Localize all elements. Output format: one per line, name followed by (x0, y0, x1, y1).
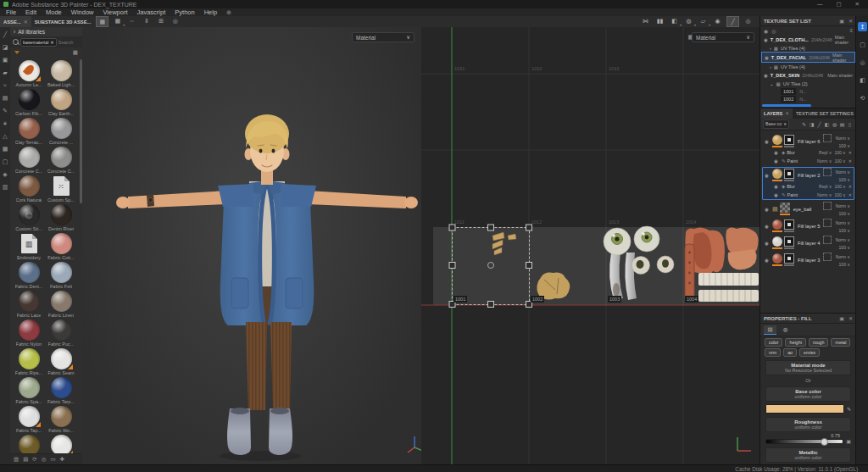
opacity-dropdown[interactable]: 100 ∨ (839, 177, 850, 182)
layer-row[interactable]: ◉Fill layer 4Norm ∨100 ∨ (763, 236, 854, 250)
opacity-dropdown[interactable]: 100 ∨ (839, 211, 850, 216)
material-item[interactable]: Fabric Seam (45, 348, 77, 377)
folder-icon[interactable]: ▭ (50, 456, 55, 463)
history-icon[interactable]: ⟲ (858, 93, 867, 103)
slider-options-icon[interactable]: ▣ (846, 438, 851, 444)
particle-tool-icon[interactable]: ∗ (3, 120, 8, 127)
visibility-eye-icon[interactable]: ◉ (764, 37, 768, 42)
mirror-horizontal-icon[interactable]: ⇔ (126, 16, 137, 25)
visibility-eye-icon[interactable]: ◉ (765, 224, 771, 229)
channel-filter-dropdown[interactable]: Base co ∨ (763, 119, 789, 129)
camera-icon[interactable]: ◎ (743, 16, 754, 25)
viewport3d-shading-dropdown[interactable]: Material ∨ (352, 32, 415, 42)
visibility-eye-icon[interactable]: ◉ (765, 55, 769, 60)
effect-blend-dropdown[interactable]: Norm ∨ (817, 158, 832, 164)
thumbnail-size-icon[interactable]: ▦ (73, 49, 78, 56)
material-item[interactable]: Cork Natural (13, 175, 45, 204)
add-smart-material-icon[interactable]: ◍ (831, 121, 838, 127)
minimize-button[interactable]: — (817, 1, 823, 8)
remove-effect-icon[interactable]: ✕ (849, 192, 852, 197)
pause-engine-icon[interactable]: ▮▮ (654, 16, 665, 25)
layer-row[interactable]: ◉Fill layer 2Norm ∨100 ∨ (763, 168, 854, 182)
menu-python[interactable]: Python (175, 8, 194, 16)
material-item[interactable]: ▥Embroidery (13, 233, 45, 262)
mirror-vertical-icon[interactable]: ⇕ (141, 16, 152, 25)
uv-tiles-row[interactable]: ›▦UV Tiles (4) (760, 44, 856, 52)
assets-search[interactable]: basematerial ✕ Search (10, 36, 82, 47)
layer-effect-row[interactable]: ◉◈BlurRepl ∨100 ∨✕ (763, 182, 854, 191)
add-fill-layer-icon[interactable]: ◧ (823, 121, 831, 127)
visibility-eye-icon[interactable]: ◉ (765, 139, 771, 144)
camera-settings-icon[interactable]: ◎ (858, 58, 867, 67)
display-settings-icon[interactable]: ▢ (858, 40, 867, 49)
material-item[interactable]: Fabric Wo... (45, 406, 77, 435)
projection-mode-icon[interactable]: ▱▾ (698, 16, 709, 25)
opacity-dropdown[interactable]: 100 ∨ (839, 262, 850, 267)
remove-effect-icon[interactable]: ✕ (849, 184, 852, 189)
add-icon[interactable]: ✚ (60, 456, 64, 463)
clone-tool-icon[interactable]: ▤ (3, 95, 8, 102)
material-item[interactable]: Fabric Puc... (45, 319, 77, 348)
detach-panel-icon[interactable]: ▣ (839, 315, 844, 321)
material-item[interactable]: Fabric Felt (45, 262, 77, 291)
channel-button-ao[interactable]: ao (783, 348, 797, 357)
effect-tool-icon[interactable]: △ (3, 133, 7, 140)
channel-button-emiss[interactable]: emiss (799, 348, 820, 357)
blend-mode-dropdown[interactable]: Norm ∨ (836, 254, 850, 259)
focus-camera-icon[interactable]: ◎ (170, 16, 181, 25)
viewport-2d[interactable]: 1001100210031004101110121013101410311032… (421, 27, 760, 464)
material-item[interactable]: Concrete C... (13, 147, 45, 175)
viewport-single-icon[interactable]: ▦ (96, 16, 108, 27)
material-item[interactable]: Fabric Deni... (13, 262, 45, 291)
visibility-eye-icon[interactable]: ◉ (774, 184, 780, 189)
layer-row[interactable]: ◉▤eye_ballNorm ∨100 ∨ (763, 202, 854, 216)
texture-set-scrollbar[interactable] (762, 104, 811, 107)
material-item[interactable]: Fabric Lace (13, 291, 45, 319)
close-button[interactable]: ✕ (855, 1, 860, 8)
blend-mode-dropdown[interactable]: Norm ∨ (836, 136, 850, 141)
texture-set-row[interactable]: ◉T_DEX_FACIAL2048x2048Main shader (761, 52, 855, 63)
symmetry-icon[interactable]: ⋈ (640, 16, 651, 25)
shader-settings-icon[interactable]: ◧ (858, 75, 867, 85)
blend-mode-dropdown[interactable]: Norm ∨ (836, 237, 850, 242)
visibility-eye-icon[interactable]: ◉ (765, 241, 771, 246)
chevron-right-icon[interactable]: › (770, 64, 771, 69)
material-item[interactable]: Fabric Wo... (13, 435, 45, 453)
tab-layers[interactable]: LAYERS ✕ (760, 108, 793, 119)
add-effect-icon[interactable]: ◨ (808, 121, 815, 127)
roughness-slider[interactable] (765, 439, 843, 444)
material-item[interactable]: Clay Terrac... (13, 118, 45, 147)
viewport-layout-icon[interactable]: ▦▾ (112, 16, 123, 25)
menu-viewport[interactable]: Viewport (103, 8, 127, 16)
material-item[interactable]: Fabric Spa... (13, 377, 45, 406)
close-panel-icon[interactable]: ✕ (849, 18, 853, 24)
metallic-box[interactable]: Metallic uniform color (765, 447, 851, 463)
menu-javascript[interactable]: Javascript (137, 8, 166, 16)
tab-close-icon[interactable]: ✕ (24, 19, 28, 25)
show-all-icon[interactable]: ◉ (764, 28, 768, 34)
channel-button-height[interactable]: height (785, 338, 805, 347)
layer-item[interactable]: ◉Fill layer 4Norm ∨100 ∨ (762, 235, 854, 251)
effect-opacity-dropdown[interactable]: 100 ∨ (834, 192, 845, 197)
opacity-dropdown[interactable]: 100 ∨ (839, 228, 850, 233)
assets-header[interactable]: › All libraries (10, 27, 82, 36)
list-view-icon[interactable]: ≡ (849, 28, 853, 33)
refresh-icon[interactable]: ⟳ (32, 456, 36, 463)
effect-opacity-dropdown[interactable]: 100 ∨ (834, 158, 845, 164)
remove-effect-icon[interactable]: ✕ (849, 158, 852, 164)
layer-row[interactable]: ◉Fill layer 6Norm ∨100 ∨ (763, 134, 854, 148)
maximize-button[interactable]: ▢ (836, 1, 841, 8)
tab-substance-assets[interactable]: SUBSTANCE 3D ASSE... (31, 16, 95, 27)
layer-effect-row[interactable]: ◉✎PaintNorm ∨100 ∨✕ (763, 157, 854, 165)
visibility-eye-icon[interactable]: ◉ (765, 258, 771, 263)
material-mode-box[interactable]: Material mode No Resource Selected (765, 360, 851, 375)
paint-tool-icon[interactable]: ╱ (3, 31, 7, 38)
add-paint-layer-icon[interactable]: ╱ (815, 121, 823, 127)
polygon-fill-tool-icon[interactable]: ▰ (3, 69, 7, 76)
channel-button-nrm[interactable]: nrm (765, 348, 781, 357)
layer-row[interactable]: ◉Fill layer 3Norm ∨100 ∨ (763, 253, 854, 267)
character-model[interactable] (82, 27, 421, 464)
eraser-tool-icon[interactable]: ◪ (3, 44, 8, 51)
close-panel-icon[interactable]: ✕ (849, 315, 853, 321)
opacity-dropdown[interactable]: 100 ∨ (839, 143, 850, 148)
